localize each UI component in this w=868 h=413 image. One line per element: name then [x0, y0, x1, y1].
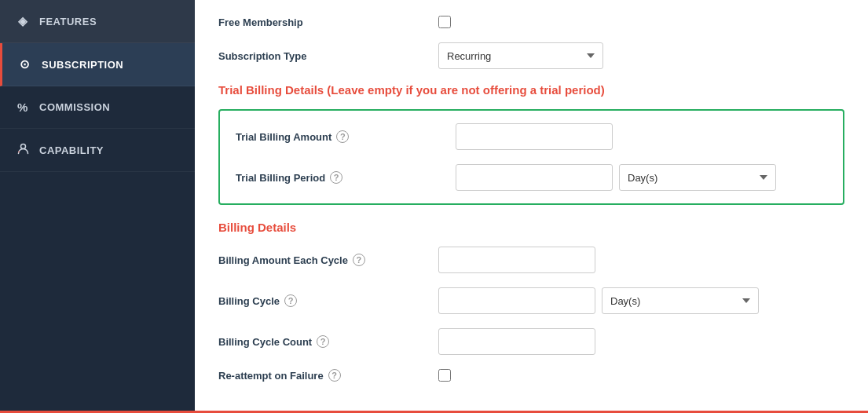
trial-billing-amount-label: Trial Billing Amount ?	[236, 130, 456, 143]
reattempt-help-icon[interactable]: ?	[328, 369, 341, 382]
commission-icon: %	[16, 101, 30, 114]
svg-point-0	[20, 144, 25, 149]
trial-section-title: Trial Billing Details (Leave empty if yo…	[218, 83, 844, 97]
reattempt-row: Re-attempt on Failure ?	[218, 369, 844, 382]
trial-billing-amount-row: Trial Billing Amount ?	[236, 123, 827, 150]
billing-cycle-count-label: Billing Cycle Count ?	[218, 335, 438, 348]
billing-amount-row: Billing Amount Each Cycle ?	[218, 247, 844, 273]
trial-period-controls: Day(s) Week(s) Month(s) Year(s)	[456, 164, 776, 191]
subscription-type-label: Subscription Type	[218, 50, 438, 62]
trial-amount-help-icon[interactable]: ?	[336, 130, 349, 143]
billing-count-help-icon[interactable]: ?	[317, 335, 329, 348]
trial-billing-period-label: Trial Billing Period ?	[236, 171, 456, 184]
subscription-icon: ⊙	[18, 57, 32, 71]
billing-cycle-help-icon[interactable]: ?	[284, 294, 297, 307]
billing-cycle-label: Billing Cycle ?	[218, 294, 438, 307]
subscription-type-row: Subscription Type Recurring One-time	[218, 42, 844, 69]
billing-cycle-controls: Day(s) Week(s) Month(s) Year(s)	[438, 287, 759, 314]
billing-section-title: Billing Details	[218, 221, 844, 234]
billing-amount-label: Billing Amount Each Cycle ?	[218, 254, 438, 266]
trial-period-help-icon[interactable]: ?	[330, 171, 342, 184]
sidebar-item-subscription-label: SUBSCRIPTION	[42, 59, 123, 71]
capability-icon	[16, 143, 30, 157]
billing-cycle-input[interactable]	[438, 287, 595, 314]
sidebar-item-features[interactable]: ◈ FEATURES	[0, 0, 195, 43]
sidebar-item-subscription[interactable]: ⊙ SUBSCRIPTION	[0, 43, 195, 86]
trial-period-unit-select[interactable]: Day(s) Week(s) Month(s) Year(s)	[619, 164, 776, 191]
subscription-type-select[interactable]: Recurring One-time	[438, 42, 603, 69]
billing-amount-input[interactable]	[438, 247, 595, 273]
billing-cycle-count-input[interactable]	[438, 328, 595, 355]
reattempt-label: Re-attempt on Failure ?	[218, 369, 438, 382]
sidebar-item-capability[interactable]: CAPABILITY	[0, 129, 195, 172]
sidebar-item-commission-label: COMMISSION	[39, 101, 110, 113]
sidebar: ◈ FEATURES ⊙ SUBSCRIPTION % COMMISSION C…	[0, 0, 195, 413]
free-membership-label: Free Membership	[218, 16, 438, 28]
trial-billing-amount-input[interactable]	[456, 123, 613, 150]
billing-amount-help-icon[interactable]: ?	[353, 254, 365, 266]
reattempt-checkbox[interactable]	[438, 369, 451, 382]
main-content: Free Membership Subscription Type Recurr…	[195, 0, 868, 413]
billing-cycle-count-row: Billing Cycle Count ?	[218, 328, 844, 355]
free-membership-row: Free Membership	[218, 16, 844, 28]
trial-billing-box: Trial Billing Amount ? Trial Billing Per…	[218, 109, 844, 205]
trial-billing-period-input[interactable]	[456, 164, 613, 191]
features-icon: ◈	[16, 14, 30, 28]
trial-billing-period-row: Trial Billing Period ? Day(s) Week(s) Mo…	[236, 164, 827, 191]
sidebar-item-commission[interactable]: % COMMISSION	[0, 86, 195, 129]
sidebar-item-capability-label: CAPABILITY	[39, 144, 104, 156]
billing-cycle-row: Billing Cycle ? Day(s) Week(s) Month(s) …	[218, 287, 844, 314]
sidebar-item-features-label: FEATURES	[39, 16, 97, 27]
free-membership-checkbox[interactable]	[438, 16, 451, 28]
billing-cycle-unit-select[interactable]: Day(s) Week(s) Month(s) Year(s)	[602, 287, 759, 314]
